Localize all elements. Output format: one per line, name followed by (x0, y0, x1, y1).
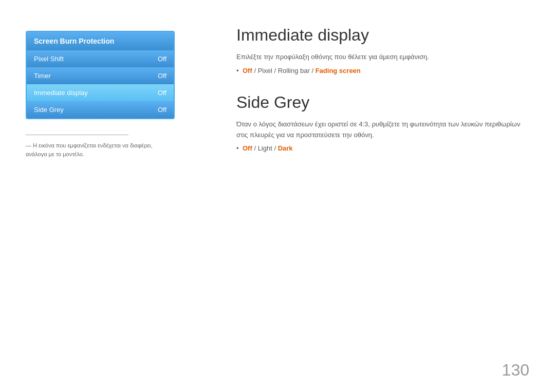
menu-header: Screen Burn Protection (27, 32, 174, 50)
page-number: 130 (502, 361, 529, 380)
side-grey-option-list-item: Off / Light / Dark (236, 144, 524, 152)
side-grey-value: Off (158, 106, 166, 114)
option-light: Light (258, 144, 272, 152)
divider (26, 135, 128, 135)
immediate-display-desc: Επιλέξτε την προφύλαξη οθόνης που θέλετε… (236, 52, 524, 63)
option-dark: Dark (278, 144, 293, 152)
option-pixel: Pixel (258, 67, 272, 74)
immediate-display-value: Off (158, 89, 166, 97)
sep2: / (272, 67, 278, 74)
menu-item-pixel-shift[interactable]: Pixel Shift Off (27, 50, 174, 67)
option-rolling: Rolling bar (278, 67, 310, 74)
option-off: Off (243, 67, 252, 74)
immediate-display-option-list-item: Off / Pixel / Rolling bar / Fading scree… (236, 67, 524, 74)
pixel-shift-value: Off (158, 55, 166, 63)
menu-item-immediate-display[interactable]: Immediate display Off (27, 84, 174, 101)
right-panel: Immediate display Επιλέξτε την προφύλαξη… (195, 0, 555, 392)
option-off2: Off (243, 144, 252, 152)
sep1b: / (252, 144, 258, 152)
menu-item-timer[interactable]: Timer Off (27, 67, 174, 84)
side-grey-options: Off / Light / Dark (236, 144, 524, 152)
page-container: Screen Burn Protection Pixel Shift Off T… (0, 0, 555, 392)
side-grey-desc: Όταν ο λόγος διαστάσεων έχει οριστεί σε … (236, 119, 524, 141)
immediate-display-title: Immediate display (236, 26, 524, 45)
timer-label: Timer (34, 72, 51, 80)
pixel-shift-label: Pixel Shift (34, 55, 64, 63)
sep2b: / (272, 144, 278, 152)
menu-box: Screen Burn Protection Pixel Shift Off T… (26, 31, 175, 119)
option-fading: Fading screen (316, 67, 361, 74)
side-grey-title: Side Grey (236, 93, 524, 112)
sep1: / (252, 67, 258, 74)
side-grey-label: Side Grey (34, 106, 64, 114)
menu-item-side-grey[interactable]: Side Grey Off (27, 101, 174, 118)
immediate-display-options: Off / Pixel / Rolling bar / Fading scree… (236, 67, 524, 74)
footnote: ― Η εικόνα που εμφανίζεται ενδέχεται να … (26, 141, 175, 158)
sep3: / (310, 67, 316, 74)
timer-value: Off (158, 72, 166, 80)
immediate-display-label: Immediate display (34, 89, 88, 97)
left-panel: Screen Burn Protection Pixel Shift Off T… (0, 0, 195, 392)
menu-title: Screen Burn Protection (34, 37, 114, 45)
